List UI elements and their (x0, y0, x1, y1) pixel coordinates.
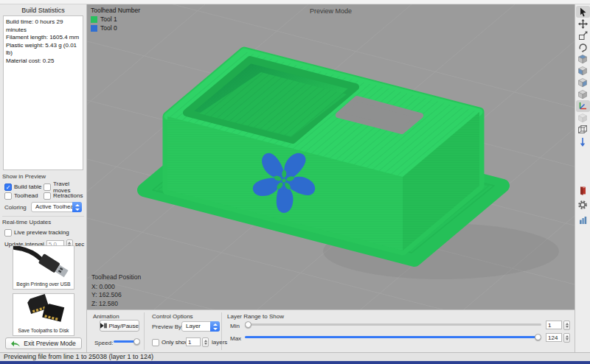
divider (144, 312, 145, 350)
cross-section-icon (578, 186, 588, 195)
speed-label: Speed: (94, 340, 113, 346)
axes-icon (577, 101, 588, 111)
toolhead-x: X: 0.000 (91, 283, 141, 292)
layer-range-title: Layer Range to Show (227, 313, 284, 320)
preview-by-value: Layer (186, 323, 201, 329)
view-toolbar (575, 4, 590, 352)
live-tracking-label: Live preview tracking (14, 229, 69, 236)
coloring-dropdown-value: Active Toolhead (35, 203, 77, 210)
sd-cards-image (13, 294, 74, 326)
play-pause-label: Play/Pause (109, 323, 139, 329)
toolhead-position-title: Toolhead Position (91, 273, 141, 282)
speed-slider[interactable] (114, 338, 140, 345)
checkbox-retractions[interactable]: Retractions (44, 192, 83, 200)
min-label: Min (230, 323, 240, 329)
coloring-dropdown[interactable]: Active Toolhead (31, 202, 82, 212)
max-layer-stepper[interactable] (563, 333, 570, 343)
axes-toggle-button[interactable] (576, 100, 590, 112)
view-top-button[interactable] (576, 53, 590, 65)
coloring-label: Coloring (4, 204, 27, 211)
build-table-checkbox-box[interactable] (4, 183, 12, 191)
preview-by-dropdown[interactable]: Layer (181, 321, 220, 332)
settings-gear-icon (577, 200, 588, 210)
scale-tool-button[interactable] (576, 29, 590, 41)
checkbox-build-table[interactable]: Build table (4, 183, 41, 191)
left-sidebar: Build Statistics Build time: 0 hours 29 … (0, 4, 87, 352)
only-show-label: Only show (162, 339, 189, 346)
preview-by-label: Preview By (152, 323, 181, 330)
rotate-tool-button[interactable] (576, 41, 590, 53)
settings-button[interactable] (576, 197, 590, 212)
tool0-swatch (91, 25, 97, 32)
build-table-label: Build table (14, 183, 41, 190)
realtime-updates-label: Real-time Updates (2, 219, 51, 225)
only-show-checkbox-box[interactable] (152, 339, 159, 346)
only-show-input[interactable] (186, 337, 201, 346)
checkbox-live-preview-tracking[interactable]: Live preview tracking (4, 228, 69, 237)
cube-side-icon (577, 77, 588, 88)
usb-cable-image (13, 246, 74, 280)
tool1-label: Tool 1 (100, 15, 117, 23)
begin-printing-usb-button[interactable]: Begin Printing over USB (13, 245, 74, 290)
drop-model-button[interactable] (576, 136, 590, 147)
printed-model (144, 52, 559, 279)
toolhead-label: Toolhead (14, 192, 38, 199)
checkbox-only-show[interactable]: Only show (152, 338, 189, 346)
only-show-stepper[interactable] (202, 337, 209, 347)
rotate-icon (578, 43, 588, 52)
play-pause-button[interactable]: Play/Pause (100, 320, 139, 332)
preview-3d-viewport[interactable]: Toolhead Number Tool 1 Tool 0 Preview Mo… (87, 4, 575, 309)
view-side-button[interactable] (576, 77, 590, 88)
checkbox-travel-moves[interactable]: Travel moves (44, 183, 86, 191)
cube-top-icon (577, 54, 588, 64)
stat-build-time: Build time: 0 hours 29 minutes (6, 18, 80, 34)
model-visibility-button[interactable] (576, 112, 590, 124)
min-layer-slider[interactable] (245, 321, 541, 328)
cube-plain-icon (577, 89, 588, 99)
legend-tool0: Tool 0 (91, 24, 140, 32)
min-layer-stepper[interactable] (563, 321, 570, 330)
save-toolpaths-button[interactable]: Save Toolpaths to Disk (13, 293, 74, 336)
app-window: Build Statistics Build time: 0 hours 29 … (0, 0, 590, 364)
max-layer-input[interactable] (546, 333, 562, 342)
show-in-preview-label: Show in Preview (2, 173, 46, 180)
cursor-icon (578, 7, 588, 17)
retractions-label: Retractions (53, 192, 83, 199)
cube-front-icon (577, 66, 588, 76)
viewport-canvas[interactable] (87, 4, 575, 309)
stats-bars-icon (578, 215, 588, 225)
legend-tool1: Tool 1 (91, 15, 140, 23)
retractions-checkbox-box[interactable] (44, 192, 51, 200)
section-divider (2, 216, 84, 217)
toolhead-position-block: Toolhead Position X: 0.000 Y: 162.506 Z:… (91, 273, 141, 308)
stats-button[interactable] (576, 212, 590, 227)
bottom-accent-strip (0, 361, 590, 364)
pan-tool-button[interactable] (576, 18, 590, 29)
status-bar: Previewing file from line 1 to 25038 (la… (0, 352, 590, 361)
dropdown-arrows-icon (72, 202, 82, 212)
min-layer-input[interactable] (546, 321, 562, 329)
live-tracking-checkbox-box[interactable] (4, 229, 12, 237)
travel-moves-checkbox-box[interactable] (44, 183, 51, 191)
stat-material-cost: Material cost: 0.25 (6, 57, 80, 66)
cursor-tool-button[interactable] (576, 6, 590, 18)
build-statistics-box: Build time: 0 hours 29 minutes Filament … (3, 15, 83, 170)
animation-title: Animation (93, 313, 119, 320)
exit-preview-mode-button[interactable]: Exit Preview Mode (5, 337, 82, 349)
wireframe-toggle-button[interactable] (576, 124, 590, 136)
view-front-button[interactable] (576, 65, 590, 77)
preview-controls-bar: Animation Play/Pause Speed: Control Opti… (87, 309, 575, 352)
checkbox-toolhead[interactable]: Toolhead (4, 192, 38, 200)
max-layer-slider[interactable] (245, 334, 541, 340)
drop-arrow-icon (578, 137, 587, 147)
stat-plastic-weight: Plastic weight: 5.43 g (0.01 lb) (6, 42, 80, 57)
tool0-label: Tool 0 (100, 24, 117, 32)
toolhead-checkbox-box[interactable] (4, 192, 12, 200)
build-statistics-title: Build Statistics (0, 7, 86, 14)
play-pause-icon (100, 323, 107, 329)
wireframe-cube-icon (577, 125, 588, 135)
view-iso-button[interactable] (576, 88, 590, 100)
control-options-title: Control Options (152, 313, 193, 320)
stat-filament-length: Filament length: 1605.4 mm (6, 34, 80, 42)
cross-section-button[interactable] (576, 183, 590, 197)
